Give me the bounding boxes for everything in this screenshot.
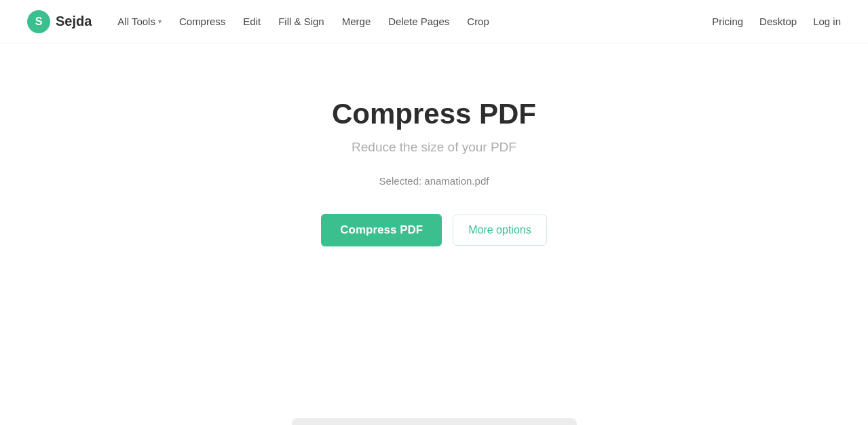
nav-edit[interactable]: Edit bbox=[236, 12, 267, 31]
nav-compress[interactable]: Compress bbox=[172, 12, 232, 31]
more-options-button[interactable]: More options bbox=[453, 215, 547, 246]
main-content: Compress PDF Reduce the size of your PDF… bbox=[0, 43, 868, 246]
action-row: Compress PDF More options bbox=[321, 214, 546, 246]
page-subtitle: Reduce the size of your PDF bbox=[352, 140, 516, 155]
nav-right: Pricing Desktop Log in bbox=[712, 16, 841, 27]
all-tools-label: All Tools bbox=[117, 16, 155, 27]
logo-icon: S bbox=[27, 10, 50, 33]
logo[interactable]: S Sejda bbox=[27, 10, 92, 33]
selected-file-label: Selected: anamation.pdf bbox=[379, 175, 489, 187]
nav-fill-sign[interactable]: Fill & Sign bbox=[271, 12, 331, 31]
page-title: Compress PDF bbox=[332, 98, 536, 130]
nav-merge[interactable]: Merge bbox=[335, 12, 378, 31]
header: S Sejda All Tools ▾ Compress Edit Fill &… bbox=[0, 0, 868, 43]
nav-left: S Sejda All Tools ▾ Compress Edit Fill &… bbox=[27, 10, 496, 33]
nav-desktop[interactable]: Desktop bbox=[759, 16, 797, 27]
primary-nav: All Tools ▾ Compress Edit Fill & Sign Me… bbox=[111, 12, 495, 31]
chevron-down-icon: ▾ bbox=[158, 18, 162, 25]
nav-delete-pages[interactable]: Delete Pages bbox=[381, 12, 456, 31]
logo-text: Sejda bbox=[56, 14, 92, 29]
nav-pricing[interactable]: Pricing bbox=[712, 16, 743, 27]
nav-login[interactable]: Log in bbox=[813, 16, 841, 27]
nav-crop[interactable]: Crop bbox=[460, 12, 496, 31]
nav-all-tools[interactable]: All Tools ▾ bbox=[111, 12, 168, 31]
bottom-scroll-bar bbox=[292, 418, 577, 425]
compress-button[interactable]: Compress PDF bbox=[321, 214, 442, 246]
